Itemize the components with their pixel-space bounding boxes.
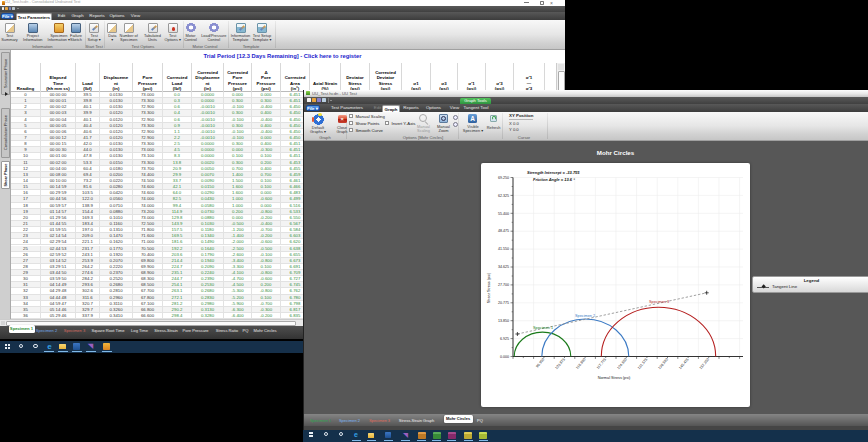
svg-text:Shear Stress (psi): Shear Stress (psi) bbox=[487, 272, 491, 303]
svg-text:34.625: 34.625 bbox=[498, 265, 509, 269]
svg-text:103.875: 103.875 bbox=[555, 358, 566, 371]
svg-text:138.500: 138.500 bbox=[658, 358, 669, 371]
svg-text:Specimen 1: Specimen 1 bbox=[533, 326, 553, 330]
svg-text:124.650: 124.650 bbox=[616, 358, 627, 371]
svg-text:Normal Stress (psi): Normal Stress (psi) bbox=[598, 376, 631, 380]
svg-text:48.475: 48.475 bbox=[498, 229, 509, 233]
svg-text:Specimen 3: Specimen 3 bbox=[649, 300, 669, 304]
svg-text:145.425: 145.425 bbox=[678, 358, 689, 371]
svg-text:152.350: 152.350 bbox=[699, 358, 710, 371]
svg-text:55.400: 55.400 bbox=[498, 212, 509, 216]
svg-text:110.800: 110.800 bbox=[575, 358, 586, 370]
svg-text:6.925: 6.925 bbox=[500, 337, 509, 341]
svg-text:20.775: 20.775 bbox=[498, 301, 509, 305]
svg-text:41.550: 41.550 bbox=[498, 247, 509, 251]
svg-text:117.725: 117.725 bbox=[596, 358, 607, 370]
svg-text:69.250: 69.250 bbox=[498, 176, 509, 180]
svg-text:131.575: 131.575 bbox=[637, 358, 648, 371]
svg-text:Specimen 2: Specimen 2 bbox=[575, 314, 595, 318]
svg-text:96.950: 96.950 bbox=[535, 358, 545, 369]
svg-text:0.000: 0.000 bbox=[500, 355, 509, 359]
svg-text:13.850: 13.850 bbox=[498, 319, 509, 323]
svg-text:Strength Intercept = -33.755: Strength Intercept = -33.755 bbox=[527, 170, 580, 175]
svg-text:27.700: 27.700 bbox=[498, 283, 509, 287]
svg-text:Friction Angle = 13.6 °: Friction Angle = 13.6 ° bbox=[533, 177, 575, 182]
svg-text:62.325: 62.325 bbox=[498, 194, 509, 198]
